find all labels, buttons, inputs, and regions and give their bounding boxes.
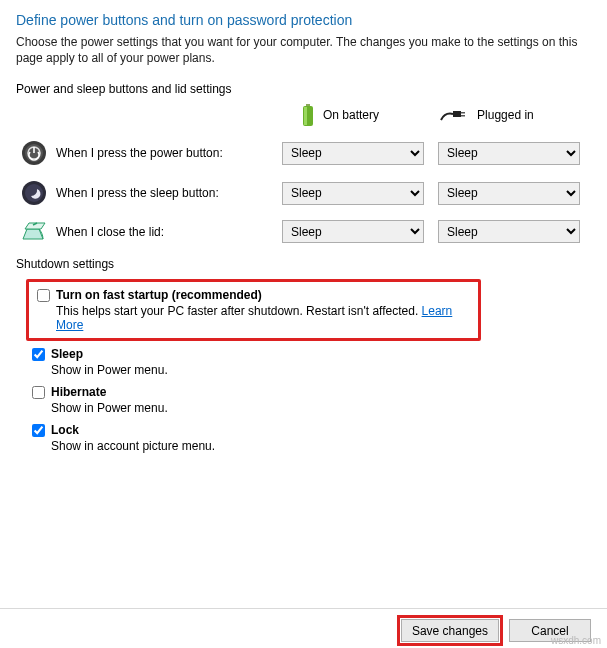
svg-rect-0 [306,104,310,106]
columns-header: On battery Plugged in [16,104,591,126]
sleep-button-battery-select[interactable]: Do nothingSleepHibernateShut down [282,182,424,205]
plugged-in-header: Plugged in [439,106,534,124]
footer-bar: Save changes Cancel [0,608,607,642]
svg-rect-4 [461,112,465,114]
fast-startup-title: Turn on fast startup (recommended) [56,288,262,302]
sleep-button-row: When I press the sleep button: Do nothin… [16,180,591,206]
lid-label: When I close the lid: [52,225,282,239]
lid-row: When I close the lid: Do nothingSleepHib… [16,220,591,243]
lid-plugged-select[interactable]: Do nothingSleepHibernateShut down [438,220,580,243]
buttons-lid-section-label: Power and sleep buttons and lid settings [16,82,591,96]
sleep-checkbox[interactable] [32,348,45,361]
svg-rect-3 [453,111,461,117]
sleep-title: Sleep [51,347,83,361]
save-changes-button[interactable]: Save changes [401,619,499,642]
battery-icon [301,104,315,126]
power-button-icon [16,140,52,166]
fast-startup-checkbox[interactable] [37,289,50,302]
power-button-battery-select[interactable]: Do nothingSleepHibernateShut down [282,142,424,165]
sleep-button-label: When I press the sleep button: [52,186,282,200]
laptop-lid-icon [16,221,52,243]
cancel-button[interactable]: Cancel [509,619,591,642]
fast-startup-highlight: Turn on fast startup (recommended) This … [26,279,481,341]
shutdown-settings-label: Shutdown settings [16,257,591,271]
hibernate-title: Hibernate [51,385,106,399]
svg-rect-2 [304,107,307,125]
lid-battery-select[interactable]: Do nothingSleepHibernateShut down [282,220,424,243]
on-battery-label: On battery [323,108,379,122]
plug-icon [439,106,469,124]
plugged-in-label: Plugged in [477,108,534,122]
power-button-row: When I press the power button: Do nothin… [16,140,591,166]
sleep-button-icon [16,180,52,206]
svg-rect-5 [461,115,465,117]
on-battery-header: On battery [301,104,379,126]
sleep-desc: Show in Power menu. [51,363,591,377]
lock-checkbox[interactable] [32,424,45,437]
hibernate-desc: Show in Power menu. [51,401,591,415]
lock-desc: Show in account picture menu. [51,439,591,453]
page-subtitle: Choose the power settings that you want … [16,34,586,66]
sleep-button-plugged-select[interactable]: Do nothingSleepHibernateShut down [438,182,580,205]
hibernate-checkbox[interactable] [32,386,45,399]
page-title: Define power buttons and turn on passwor… [16,12,591,28]
power-button-label: When I press the power button: [52,146,282,160]
lock-title: Lock [51,423,79,437]
fast-startup-desc: This helps start your PC faster after sh… [56,304,422,318]
power-button-plugged-select[interactable]: Do nothingSleepHibernateShut down [438,142,580,165]
